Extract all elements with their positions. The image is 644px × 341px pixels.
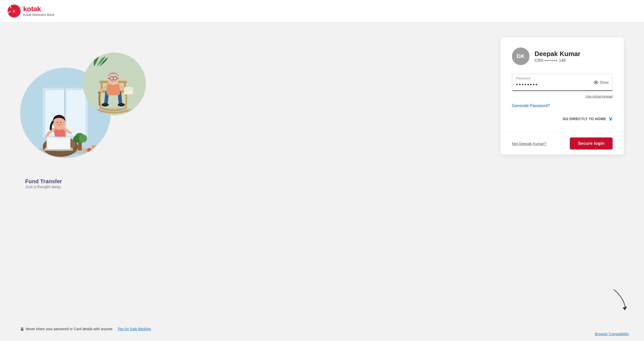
user-crn-label: CRN ••••••• 148 — [535, 58, 580, 63]
show-password-button[interactable]: Show — [593, 80, 609, 85]
user-info: DK Deepak Kumar CRN ••••••• 148 — [512, 47, 613, 65]
svg-point-24 — [86, 149, 88, 152]
kotak-logo-icon: K — [8, 5, 21, 18]
password-group: Password Show — [512, 74, 613, 91]
security-text: Never share your password or Card detail… — [26, 327, 113, 331]
svg-point-31 — [102, 103, 109, 107]
password-label: Password — [516, 76, 530, 80]
safe-banking-link[interactable]: Tips for Safe Banking — [117, 327, 151, 331]
logo-text: kotak Kotak Mahindra Bank — [23, 5, 54, 17]
secure-login-button[interactable]: Secure login — [570, 137, 613, 150]
browser-compatibility-link[interactable]: Browser Compatibility — [595, 332, 629, 336]
svg-point-35 — [110, 77, 113, 80]
svg-point-21 — [79, 134, 87, 142]
go-home-container[interactable]: GO DIRECTLY TO HOME ∨ — [512, 116, 613, 122]
svg-rect-13 — [47, 137, 70, 150]
user-name-label: Deepak Kumar — [535, 50, 580, 58]
svg-point-16 — [57, 122, 58, 123]
user-details: Deepak Kumar CRN ••••••• 148 — [535, 50, 580, 63]
fund-transfer-subtitle: Just a thought away — [25, 185, 62, 189]
login-card: DK Deepak Kumar CRN ••••••• 148 Password — [501, 37, 624, 155]
svg-point-36 — [113, 77, 117, 80]
generate-password-container: Generate Password? — [512, 104, 613, 108]
eye-icon — [593, 80, 598, 85]
header: K kotak Kotak Mahindra Bank — [0, 0, 644, 22]
svg-point-23 — [91, 149, 94, 152]
not-user-button[interactable]: Not Deepak Kumar? — [512, 141, 546, 146]
arrow-annotation — [611, 288, 629, 311]
virtual-keypad-link[interactable]: Use virtual keypad — [586, 94, 613, 98]
logo-subtitle-label: Kotak Mahindra Bank — [23, 13, 54, 17]
fund-transfer-title: Fund Transfer — [25, 178, 62, 185]
security-notice: Never share your password or Card detail… — [20, 327, 151, 331]
crn-text: CRN — [535, 58, 543, 63]
svg-point-17 — [60, 122, 61, 123]
svg-marker-46 — [623, 306, 627, 310]
card-top: DK Deepak Kumar CRN ••••••• 148 Password — [501, 37, 624, 132]
fund-transfer-section: Fund Transfer Just a thought away — [20, 178, 62, 189]
svg-rect-33 — [106, 84, 120, 95]
show-label: Show — [600, 80, 609, 84]
crn-suffix: 148 — [559, 58, 566, 63]
illustration-container — [20, 53, 151, 173]
svg-point-45 — [595, 82, 596, 83]
svg-point-48 — [22, 329, 23, 330]
main-content: Fund Transfer Just a thought away DK Dee… — [0, 22, 644, 341]
user-avatar: DK — [512, 47, 530, 65]
svg-rect-14 — [44, 149, 73, 151]
svg-rect-5 — [67, 90, 86, 135]
svg-rect-40 — [124, 87, 133, 94]
leaf-decor — [89, 54, 109, 69]
right-section: DK Deepak Kumar CRN ••••••• 148 Password — [501, 37, 624, 155]
svg-text:K: K — [13, 9, 15, 13]
generate-password-link[interactable]: Generate Password? — [512, 104, 550, 108]
crn-dots: ••••••• — [544, 58, 558, 63]
logo-container: K kotak Kotak Mahindra Bank — [8, 5, 54, 18]
circle-small — [83, 53, 146, 115]
card-bottom: Not Deepak Kumar? Secure login — [501, 132, 624, 155]
lock-icon — [20, 327, 24, 331]
svg-point-32 — [118, 103, 125, 107]
virtual-keypad-container: Use virtual keypad — [512, 94, 613, 99]
logo-kotak-label: kotak — [23, 5, 54, 13]
left-section: Fund Transfer Just a thought away — [20, 37, 491, 189]
go-home-label: GO DIRECTLY TO HOME — [562, 117, 606, 121]
svg-rect-25 — [92, 145, 97, 150]
chevron-down-icon: ∨ — [609, 116, 613, 122]
